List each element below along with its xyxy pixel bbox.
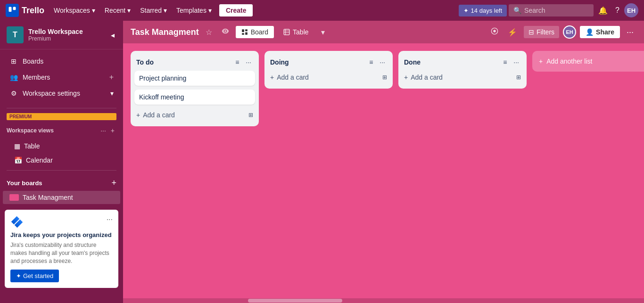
jira-promo-text: Jira's customizability and structure mak…: [10, 241, 113, 265]
add-card-button-done[interactable]: + Add a card ⊞: [402, 71, 523, 84]
list-done-more-button[interactable]: ···: [512, 57, 521, 67]
svg-rect-6: [284, 29, 289, 35]
list-todo-more-button[interactable]: ···: [244, 57, 253, 67]
recent-menu[interactable]: Recent ▾: [101, 5, 134, 16]
svg-rect-0: [9, 7, 12, 12]
calendar-view-icon: 📅: [14, 156, 22, 164]
settings-expand-icon: ▾: [110, 90, 114, 97]
trello-logo-icon: [6, 4, 19, 17]
your-boards-header: Your boards +: [0, 173, 123, 190]
horizontal-scrollbar[interactable]: [123, 298, 644, 303]
star-board-button[interactable]: ☆: [203, 26, 215, 39]
board-item-label: Task Managment: [23, 194, 73, 201]
svg-point-11: [493, 30, 495, 32]
logo-text: Trello: [22, 6, 44, 16]
tab-table[interactable]: Table: [278, 26, 314, 38]
starred-label: Starred: [140, 7, 162, 14]
list-todo-title: To do: [136, 58, 231, 66]
card-project-planning[interactable]: Project planning: [134, 71, 255, 86]
jira-promo-close-button[interactable]: ···: [107, 215, 113, 224]
starred-menu[interactable]: Starred ▾: [136, 5, 171, 16]
list-todo: To do ≡ ··· Project planning Kickoff mee…: [131, 51, 259, 126]
trial-label: 14 days left: [471, 7, 503, 14]
sidebar-item-table[interactable]: ▦ Table: [3, 139, 120, 153]
svg-rect-1: [13, 7, 16, 10]
templates-menu[interactable]: Templates ▾: [173, 5, 215, 16]
share-icon: 👤: [586, 28, 594, 36]
list-doing-minimize-button[interactable]: ≡: [367, 57, 375, 67]
board-area: To do ≡ ··· Project planning Kickoff mee…: [123, 43, 644, 298]
add-card-plus-icon-done: +: [404, 74, 408, 81]
board-list-item-task-managment[interactable]: Task Managment: [3, 191, 120, 204]
help-button[interactable]: ?: [612, 4, 622, 16]
tab-board[interactable]: Board: [236, 26, 274, 38]
list-done-header: Done ≡ ···: [402, 56, 523, 71]
card-kickoff-meeting[interactable]: Kickoff meeting: [134, 90, 255, 105]
help-icon: ?: [615, 6, 619, 14]
svg-rect-5: [245, 33, 248, 35]
user-avatar-button[interactable]: EH: [624, 3, 638, 17]
trial-button[interactable]: ✦ 14 days left: [459, 5, 507, 16]
boards-label: Boards: [23, 57, 114, 65]
app-layout: T Trello Workspace Premium ◂ ⊞ Boards 👥 …: [0, 21, 644, 303]
search-box[interactable]: 🔍: [509, 4, 594, 16]
workspace-views-label: Workspace views: [7, 127, 96, 134]
workspace-views-more-button[interactable]: ···: [99, 126, 108, 135]
list-doing-more-button[interactable]: ···: [378, 57, 387, 67]
sidebar-divider-1: [7, 108, 116, 108]
sidebar-collapse-button[interactable]: ◂: [109, 29, 116, 41]
sidebar-item-members[interactable]: 👥 Members +: [3, 69, 120, 85]
workspace-info: Trello Workspace Premium: [28, 28, 104, 42]
workspace-plan: Premium: [28, 35, 104, 42]
add-card-label-doing: Add a card: [277, 74, 309, 81]
workspace-settings-label: Workspace settings: [23, 90, 106, 97]
jira-promo-title: Jira keeps your projects organized: [10, 231, 113, 238]
jira-promo-card: ··· Jira keeps your projects organized J…: [5, 210, 118, 288]
starred-chevron-icon: ▾: [164, 7, 167, 14]
board-header: Task Managment ☆ Board Table ▾ ⚡ ⊟ Filte…: [123, 21, 644, 43]
filters-button[interactable]: ⊟ Filters: [524, 26, 559, 38]
svg-rect-3: [245, 29, 248, 31]
notification-icon: 🔔: [598, 7, 608, 15]
sidebar-item-boards[interactable]: ⊞ Boards: [3, 54, 120, 69]
tab-board-label: Board: [251, 28, 268, 36]
calendar-view-label: Calendar: [26, 156, 53, 164]
add-card-plus-icon-doing: +: [270, 74, 274, 81]
list-todo-minimize-button[interactable]: ≡: [233, 57, 241, 67]
sidebar-item-workspace-settings[interactable]: ⚙ Workspace settings ▾: [3, 86, 120, 101]
add-member-button[interactable]: +: [109, 73, 114, 82]
watch-board-button[interactable]: [219, 25, 232, 39]
notification-button[interactable]: 🔔: [595, 4, 611, 17]
board-item-color: [9, 194, 19, 201]
add-card-template-icon-todo: ⊞: [248, 112, 253, 118]
workspaces-menu[interactable]: Workspaces ▾: [50, 5, 99, 16]
board-member-avatar: EH: [563, 25, 576, 39]
add-board-button[interactable]: +: [111, 178, 116, 188]
board-more-button[interactable]: ···: [624, 25, 636, 39]
create-button[interactable]: Create: [219, 4, 253, 16]
share-label: Share: [596, 28, 614, 36]
members-label: Members: [23, 74, 105, 81]
settings-icon: ⚙: [9, 90, 18, 97]
add-list-button[interactable]: + Add another list: [532, 51, 644, 72]
jira-logo-icon: [10, 215, 24, 229]
jira-get-started-button[interactable]: ✦ Get started: [10, 270, 59, 282]
automation-button[interactable]: ⚡: [505, 26, 520, 39]
list-done: Done ≡ ··· + Add a card ⊞: [398, 51, 527, 89]
add-card-label-done: Add a card: [411, 74, 443, 81]
share-button[interactable]: 👤 Share: [580, 26, 620, 38]
filter-icon: ⊟: [528, 28, 534, 36]
templates-chevron-icon: ▾: [208, 7, 212, 14]
sidebar-item-calendar[interactable]: 📅 Calendar: [3, 154, 120, 167]
more-views-button[interactable]: ▾: [318, 26, 328, 39]
search-input[interactable]: [524, 7, 586, 14]
list-done-minimize-button[interactable]: ≡: [501, 57, 509, 67]
power-ups-button[interactable]: [488, 25, 501, 39]
sidebar-nav: ⊞ Boards 👥 Members + ⚙ Workspace setting…: [0, 49, 123, 105]
logo-area: Trello: [6, 4, 44, 17]
scrollbar-thumb[interactable]: [248, 299, 342, 303]
table-view-label: Table: [24, 142, 40, 150]
workspace-views-add-button[interactable]: +: [109, 126, 116, 135]
add-card-button-doing[interactable]: + Add a card ⊞: [268, 71, 389, 84]
add-card-button-todo[interactable]: + Add a card ⊞: [134, 108, 255, 122]
